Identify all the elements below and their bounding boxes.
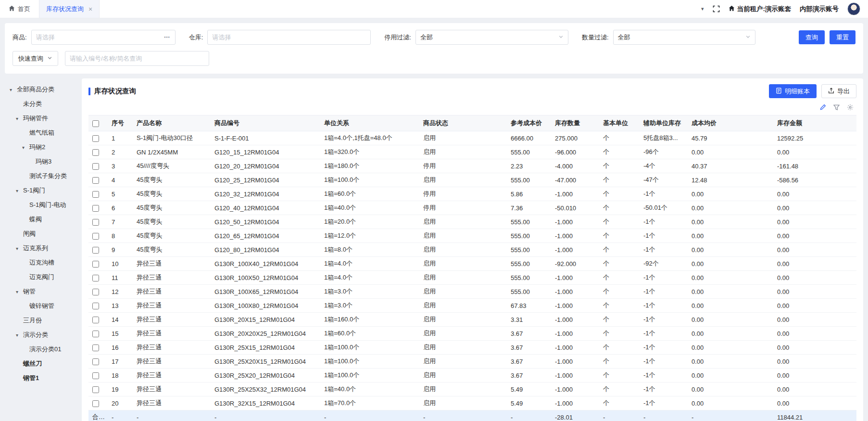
table-cell: 1箱=3.0个 — [320, 285, 419, 299]
tree-item[interactable]: 迈克阀门 — [8, 270, 82, 284]
tenant-info[interactable]: 当前租户:演示账套 — [729, 5, 792, 13]
expand-arrow-icon[interactable]: ▾ — [16, 289, 23, 294]
table-cell: S-1阀门-电动30口径 — [133, 131, 211, 145]
tree-item[interactable]: ▾全部商品分类 — [8, 82, 82, 97]
row-checkbox[interactable] — [92, 163, 99, 170]
topbar-right: ▾ 当前租户:演示账套 内部演示账号 — [701, 2, 860, 15]
table-cell: 12 — [108, 285, 133, 299]
table-cell: 个 — [599, 215, 640, 229]
tree-item[interactable]: 玛钢3 — [8, 154, 82, 169]
tree-item[interactable]: ▾玛钢管件 — [8, 111, 82, 126]
row-checkbox[interactable] — [92, 247, 99, 254]
quick-search-input[interactable] — [70, 55, 204, 62]
row-checkbox[interactable] — [92, 372, 99, 379]
tree-item[interactable]: 演示分类01 — [8, 342, 82, 357]
table-cell: G130R_25X25X32_12RM01G04 — [211, 383, 320, 396]
table-cell: 0.00 — [773, 229, 856, 243]
warehouse-input[interactable] — [212, 34, 366, 41]
tree-item[interactable]: ▾S-1阀门 — [8, 183, 82, 198]
table-cell: -1个 — [640, 229, 688, 243]
table-cell: G120_65_12RM01G04 — [211, 229, 320, 243]
tree-item[interactable]: S-1阀门-电动 — [8, 198, 82, 212]
row-checkbox[interactable] — [92, 205, 99, 212]
expand-arrow-icon[interactable]: ▾ — [16, 188, 23, 193]
table-cell: -1.000 — [551, 285, 599, 299]
tree-item[interactable]: 未分类 — [8, 97, 82, 111]
edit-icon[interactable] — [819, 104, 826, 111]
table-cell: -1.000 — [551, 327, 599, 341]
row-checkbox[interactable] — [92, 149, 99, 156]
tree-item[interactable]: ▾迈克系列 — [8, 241, 82, 255]
picker-dots-icon[interactable]: ⋯ — [164, 34, 171, 41]
table-cell: 启用 — [419, 396, 507, 410]
tree-item[interactable]: 蝶阀 — [8, 212, 82, 227]
row-checkbox[interactable] — [92, 400, 99, 407]
tree-item[interactable]: 测试子集分类 — [8, 169, 82, 183]
avatar[interactable] — [847, 2, 860, 15]
row-checkbox[interactable] — [92, 219, 99, 226]
row-checkbox[interactable] — [92, 261, 99, 268]
tree-item[interactable]: 镀锌钢管 — [8, 299, 82, 313]
row-checkbox[interactable] — [92, 135, 99, 142]
qty-filter-select[interactable]: 全部 — [613, 30, 755, 45]
tree-item[interactable]: 螺丝刀 — [8, 357, 82, 371]
table-cell: 1箱=100.0个 — [320, 173, 419, 187]
close-icon[interactable]: × — [88, 6, 92, 13]
tree-item[interactable]: 迈克沟槽 — [8, 255, 82, 270]
filter-icon[interactable] — [833, 104, 840, 111]
tree-item[interactable]: 闸阀 — [8, 227, 82, 241]
tree-item[interactable]: 三月份 — [8, 313, 82, 328]
chevron-down-icon[interactable]: ▾ — [701, 6, 704, 12]
tree-item[interactable]: ▾演示分类 — [8, 328, 82, 342]
row-checkbox[interactable] — [92, 191, 99, 198]
row-checkbox[interactable] — [92, 233, 99, 240]
tree-item[interactable]: ▾玛钢2 — [8, 140, 82, 154]
expand-arrow-icon[interactable]: ▾ — [16, 116, 23, 121]
tab-inventory-query[interactable]: 库存状况查询 × — [39, 0, 100, 18]
expand-arrow-icon[interactable]: ▾ — [16, 246, 23, 251]
table-cell: G130R_100X65_12RM01G04 — [211, 285, 320, 299]
disable-filter-select[interactable]: 全部 — [415, 30, 568, 45]
row-checkbox-cell — [88, 383, 108, 396]
row-checkbox[interactable] — [92, 317, 99, 323]
table-cell: G130R_100X40_12RM01G04 — [211, 257, 320, 271]
fullscreen-icon[interactable] — [713, 5, 720, 13]
reset-button[interactable]: 重置 — [830, 30, 855, 44]
tree-item[interactable]: 燃气纸箱 — [8, 126, 82, 140]
account-name[interactable]: 内部演示账号 — [800, 5, 839, 13]
row-checkbox[interactable] — [92, 177, 99, 184]
quick-search-box[interactable] — [65, 51, 209, 66]
export-button[interactable]: 导出 — [821, 84, 856, 98]
table-cell: 0.00 — [688, 313, 773, 327]
row-checkbox-cell — [88, 187, 108, 201]
expand-arrow-icon[interactable]: ▾ — [22, 145, 29, 150]
expand-arrow-icon[interactable]: ▾ — [16, 332, 23, 338]
detail-ledger-button[interactable]: 明细账本 — [769, 84, 817, 98]
row-checkbox[interactable] — [92, 331, 99, 337]
row-checkbox[interactable] — [92, 386, 99, 393]
table-cell: 异径三通 — [133, 396, 211, 410]
product-picker[interactable]: ⋯ — [31, 30, 176, 45]
quick-query-button[interactable]: 快速查询 — [13, 51, 58, 66]
tab-home[interactable]: 首页 — [0, 0, 39, 18]
select-all-checkbox[interactable] — [92, 120, 99, 127]
tree-item[interactable]: ▾钢管 — [8, 284, 82, 299]
table-cell: 1箱=40.0个 — [320, 201, 419, 215]
expand-arrow-icon[interactable]: ▾ — [10, 87, 17, 92]
warehouse-picker[interactable] — [207, 30, 371, 45]
row-checkbox[interactable] — [92, 275, 99, 281]
table-cell: -1个 — [640, 243, 688, 257]
table-cell: 0.00 — [773, 313, 856, 327]
search-button[interactable]: 查询 — [799, 30, 825, 44]
tree-item-label: 燃气纸箱 — [29, 128, 54, 137]
row-checkbox[interactable] — [92, 289, 99, 295]
tree-item-label: 闸阀 — [23, 230, 36, 238]
row-checkbox[interactable] — [92, 344, 99, 351]
table-cell: -1个 — [640, 285, 688, 299]
table-cell: 1箱=60.0个 — [320, 327, 419, 341]
product-input[interactable] — [36, 34, 161, 41]
settings-gear-icon[interactable] — [847, 104, 854, 111]
row-checkbox[interactable] — [92, 303, 99, 309]
tree-item[interactable]: 钢管1 — [8, 371, 82, 385]
row-checkbox[interactable] — [92, 358, 99, 365]
